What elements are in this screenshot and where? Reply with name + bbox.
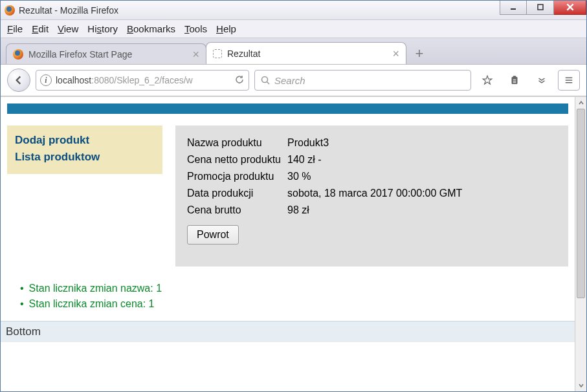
message-item: Stan licznika zmian cena: 1 <box>20 296 568 312</box>
menu-edit[interactable]: Edit <box>32 23 49 34</box>
viewport: Dodaj produkt Lista produktow Nazwa prod… <box>1 96 586 391</box>
messages: Stan licznika zmian nazwa: 1 Stan liczni… <box>11 281 568 312</box>
details-panel: Nazwa produktuProdukt3 Cena netto produk… <box>175 125 568 267</box>
menu-file[interactable]: File <box>7 23 23 34</box>
sidebar: Dodaj produkt Lista produktow <box>7 125 162 174</box>
close-tab-icon[interactable]: × <box>192 49 199 60</box>
header-bar <box>7 103 568 114</box>
firefox-icon <box>5 5 15 16</box>
tabstrip: Mozilla Firefox Start Page × Rezultat × … <box>1 38 586 64</box>
svg-rect-1 <box>538 5 543 10</box>
nav-toolbar: i localhost:8080/Sklep_6_2/faces/w Searc… <box>1 64 586 96</box>
tab-label: Rezultat <box>227 49 387 59</box>
svg-point-4 <box>262 77 268 83</box>
site-info-icon[interactable]: i <box>40 74 52 86</box>
window-title: Rezultat - Mozilla Firefox <box>19 5 118 16</box>
page-icon <box>213 49 222 58</box>
scroll-up-icon[interactable] <box>575 97 586 109</box>
reload-icon[interactable] <box>234 74 245 87</box>
hamburger-menu-icon[interactable] <box>558 70 580 91</box>
tab-rezultat[interactable]: Rezultat × <box>206 42 406 64</box>
menu-bookmarks[interactable]: Bookmarks <box>127 23 175 34</box>
firefox-window: Rezultat - Mozilla Firefox File Edit Vie… <box>0 0 587 392</box>
close-tab-icon[interactable]: × <box>392 48 399 60</box>
sidebar-link-product-list[interactable]: Lista produktow <box>15 149 155 166</box>
maximize-button[interactable] <box>527 1 554 15</box>
scroll-track[interactable] <box>575 109 586 380</box>
search-placeholder: Search <box>274 75 305 86</box>
scrollbar[interactable] <box>575 97 586 391</box>
titlebar: Rezultat - Mozilla Firefox <box>1 1 586 20</box>
new-tab-button[interactable]: + <box>410 45 429 63</box>
back-button[interactable]: Powrot <box>187 225 239 245</box>
overflow-icon[interactable] <box>531 70 553 91</box>
search-icon <box>260 75 271 85</box>
menubar: File Edit View History Bookmarks Tools H… <box>1 20 586 38</box>
table-row: Cena netto produktu140 zł - <box>187 151 471 168</box>
footer: Bottom <box>1 321 575 342</box>
table-row: Data produkcjisobota, 18 marca 2017 00:0… <box>187 185 471 202</box>
message-item: Stan licznika zmian nazwa: 1 <box>20 281 568 296</box>
tab-label: Mozilla Firefox Start Page <box>28 49 187 60</box>
details-table: Nazwa produktuProdukt3 Cena netto produk… <box>187 135 471 219</box>
table-row: Nazwa produktuProdukt3 <box>187 135 471 151</box>
menu-tools[interactable]: Tools <box>184 23 207 34</box>
url-text: localhost:8080/Sklep_6_2/faces/w <box>56 75 230 85</box>
svg-line-5 <box>267 82 270 85</box>
scroll-thumb[interactable] <box>577 109 585 298</box>
close-button[interactable] <box>554 1 586 15</box>
scroll-down-icon[interactable] <box>575 380 586 391</box>
svg-rect-7 <box>513 76 516 78</box>
back-button[interactable] <box>7 69 30 92</box>
menu-view[interactable]: View <box>58 23 78 34</box>
firefox-icon <box>13 49 23 60</box>
menu-history[interactable]: History <box>87 23 118 34</box>
svg-rect-6 <box>512 77 518 84</box>
sidebar-link-add-product[interactable]: Dodaj produkt <box>15 132 155 149</box>
table-row: Cena brutto98 zł <box>187 202 471 219</box>
bookmark-star-icon[interactable] <box>476 70 498 91</box>
clipboard-icon[interactable] <box>504 70 526 91</box>
page-content: Dodaj produkt Lista produktow Nazwa prod… <box>1 97 575 391</box>
menu-help[interactable]: Help <box>216 23 236 34</box>
minimize-button[interactable] <box>500 1 527 15</box>
table-row: Promocja produktu30 % <box>187 168 471 185</box>
tab-start-page[interactable]: Mozilla Firefox Start Page × <box>6 43 206 64</box>
address-bar[interactable]: i localhost:8080/Sklep_6_2/faces/w <box>36 70 249 91</box>
window-controls <box>500 1 586 15</box>
search-bar[interactable]: Search <box>254 70 471 91</box>
